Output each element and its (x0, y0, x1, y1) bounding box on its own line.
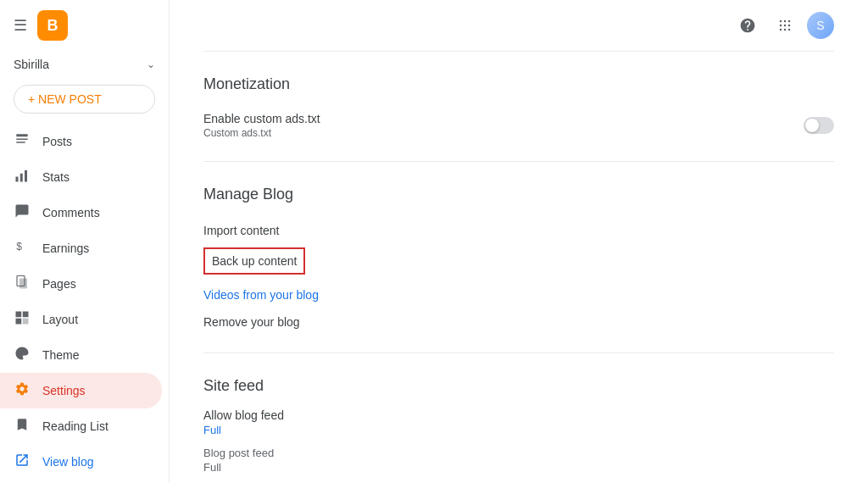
sidebar-item-posts-label: Posts (42, 135, 72, 148)
svg-rect-4 (20, 174, 23, 182)
svg-rect-12 (23, 319, 29, 325)
svg-rect-5 (25, 170, 27, 182)
divider-2 (203, 353, 834, 353)
divider-1 (203, 161, 834, 162)
sidebar-item-earnings[interactable]: $ Earnings (0, 230, 162, 266)
remove-blog-link[interactable]: Remove your blog (203, 308, 834, 336)
site-feed-title: Site feed (203, 377, 834, 395)
sidebar-item-stats-label: Stats (42, 170, 70, 184)
sidebar-item-pages[interactable]: Pages (0, 266, 162, 302)
sidebar-item-theme-label: Theme (42, 348, 80, 362)
enable-custom-ads-row: Enable custom ads.txt Custom ads.txt (203, 107, 834, 144)
svg-point-13 (780, 20, 782, 23)
allow-blog-feed-value: Full (203, 424, 834, 436)
avatar[interactable]: S (807, 12, 834, 39)
sidebar-item-reading-list-label: Reading List (42, 419, 108, 433)
sidebar-item-layout[interactable]: Layout (0, 302, 162, 337)
blogger-logo: B (37, 10, 68, 41)
sidebar-item-comments-label: Comments (42, 206, 100, 219)
site-feed-section: Site feed Allow blog feed Full Blog post… (203, 370, 834, 483)
sidebar-item-stats[interactable]: Stats (0, 159, 162, 195)
chevron-down-icon: ⌄ (147, 58, 155, 70)
sidebar-header: ☰ B (0, 0, 169, 51)
svg-rect-0 (16, 134, 28, 136)
enable-custom-ads-label-block: Enable custom ads.txt Custom ads.txt (203, 112, 320, 139)
svg-text:$: $ (16, 241, 22, 253)
reading-list-icon (14, 417, 31, 436)
svg-rect-1 (16, 139, 28, 141)
svg-point-19 (780, 29, 782, 31)
sidebar: ☰ B Sbirilla ⌄ + NEW POST Posts Stats Co… (0, 0, 170, 483)
pages-icon (14, 275, 31, 293)
svg-point-17 (784, 25, 787, 27)
hamburger-icon[interactable]: ☰ (14, 16, 27, 35)
help-button[interactable] (732, 10, 763, 41)
allow-blog-feed-label[interactable]: Allow blog feed (203, 408, 834, 422)
sidebar-item-layout-label: Layout (42, 313, 78, 326)
stats-icon (14, 168, 31, 186)
sidebar-item-pages-label: Pages (42, 277, 76, 291)
sidebar-item-view-blog-label: View blog (42, 455, 93, 469)
svg-point-21 (788, 29, 791, 31)
monetization-title: Monetization (203, 75, 834, 93)
layout-icon (14, 310, 31, 329)
sidebar-item-reading-list[interactable]: Reading List (0, 408, 162, 444)
videos-from-blog-link[interactable]: Videos from your blog (203, 281, 834, 308)
earnings-icon: $ (14, 239, 31, 258)
svg-rect-2 (16, 142, 25, 143)
manage-blog-title: Manage Blog (203, 186, 834, 203)
svg-rect-11 (16, 319, 22, 325)
back-up-content-container: Back up content (203, 247, 305, 275)
avatar-initials: S (807, 12, 834, 39)
main-content: S Monetization Enable custom ads.txt Cus… (170, 0, 868, 483)
blog-name: Sbirilla (14, 58, 49, 71)
sidebar-item-view-blog[interactable]: View blog (0, 444, 162, 480)
sidebar-item-theme[interactable]: Theme (0, 337, 162, 373)
import-content-link[interactable]: Import content (203, 217, 834, 244)
theme-icon (14, 346, 31, 364)
blog-post-feed-label[interactable]: Blog post feed (203, 447, 834, 459)
sidebar-item-settings-label: Settings (42, 384, 86, 397)
svg-point-16 (780, 25, 782, 27)
new-post-button[interactable]: + NEW POST (14, 85, 155, 114)
svg-point-14 (784, 20, 787, 23)
blog-name-row[interactable]: Sbirilla ⌄ (0, 51, 169, 78)
view-blog-icon (14, 452, 31, 471)
svg-point-20 (784, 29, 787, 31)
topbar: S (203, 0, 834, 52)
apps-button[interactable] (770, 10, 800, 41)
enable-custom-ads-label: Enable custom ads.txt (203, 112, 320, 125)
svg-rect-9 (16, 312, 22, 318)
comments-icon (14, 203, 31, 222)
blog-post-feed-value: Full (203, 461, 834, 474)
svg-rect-10 (23, 312, 29, 318)
sidebar-item-earnings-label: Earnings (42, 242, 89, 255)
sidebar-item-posts[interactable]: Posts (0, 124, 162, 159)
back-up-content-link[interactable]: Back up content (212, 254, 297, 268)
sidebar-footer: Terms of Service · Privacy Content Polic… (0, 480, 169, 483)
posts-icon (14, 132, 31, 151)
sidebar-item-comments[interactable]: Comments (0, 195, 162, 230)
manage-blog-section: Manage Blog Import content Back up conte… (203, 179, 834, 336)
svg-point-15 (788, 20, 791, 23)
settings-icon (14, 381, 31, 400)
svg-point-18 (788, 25, 791, 27)
monetization-section: Monetization Enable custom ads.txt Custo… (203, 52, 834, 144)
sidebar-item-settings[interactable]: Settings (0, 373, 162, 408)
svg-rect-8 (19, 279, 27, 289)
svg-rect-3 (16, 177, 19, 182)
enable-custom-ads-toggle[interactable] (804, 117, 834, 134)
custom-ads-placeholder: Custom ads.txt (203, 127, 320, 139)
